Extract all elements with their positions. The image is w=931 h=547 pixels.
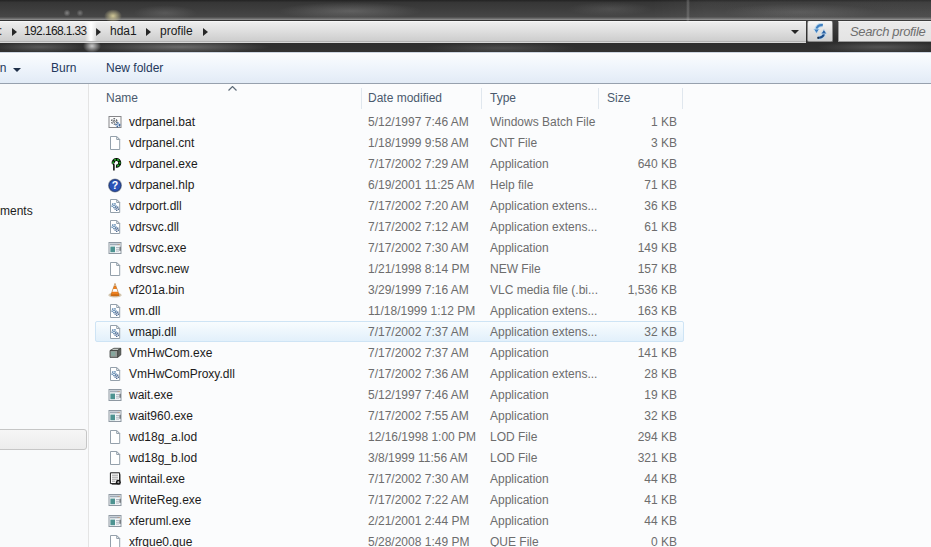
svg-text:?: ? (112, 179, 118, 191)
